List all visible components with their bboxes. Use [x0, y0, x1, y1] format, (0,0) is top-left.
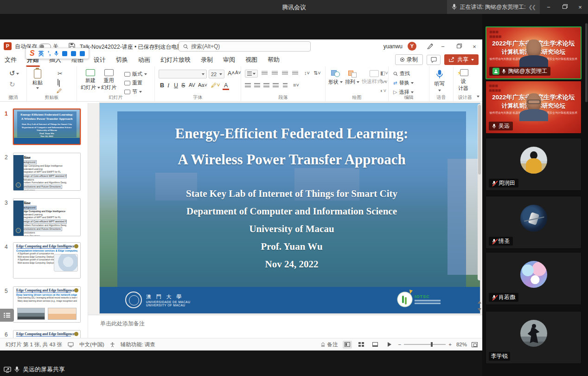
italic-button[interactable]: I [166, 82, 171, 89]
strikethrough-button[interactable]: S [180, 82, 186, 89]
shape-outline-button[interactable]: ✎˅ [380, 79, 388, 85]
record-button[interactable]: 录制 [395, 54, 423, 65]
next-slide-button[interactable] [478, 308, 481, 311]
slide-thumbnail-3[interactable]: Outline Background • Edge Computing and … [13, 198, 81, 236]
font-color-button[interactable]: A [223, 82, 229, 90]
new-slide-button[interactable]: 新建幻灯片 [81, 69, 100, 91]
ime-language-toggle[interactable]: 英 [38, 50, 44, 58]
spellcheck-icon[interactable] [68, 342, 74, 347]
slideshow-button[interactable] [384, 341, 394, 349]
zoom-in-button[interactable]: + [448, 342, 452, 347]
participant-tile-qingsheng[interactable]: 情圣 [486, 196, 582, 249]
bullets-button[interactable] [245, 70, 258, 78]
participant-tile-wuyuan[interactable]: ▦▦▦▦▦▦▦ 2022年广东省研究生学术论坛 计算机前沿技术研究论坛 软件理论… [486, 81, 582, 134]
tab-slideshow[interactable]: 幻灯片放映 [160, 56, 191, 64]
character-spacing-button[interactable]: AV [187, 82, 197, 88]
copy-button[interactable] [58, 79, 58, 85]
accessibility-status[interactable]: 辅助功能: 调查 [121, 341, 155, 348]
numbering-button[interactable] [262, 71, 268, 75]
tab-view[interactable]: 视图 [245, 56, 257, 64]
slide-thumbnail-2[interactable]: Outline Background • Edge Computing and … [13, 153, 81, 191]
increase-indent-button[interactable] [282, 71, 288, 75]
ime-punctuation[interactable]: ’, [48, 50, 51, 57]
previous-slide-button[interactable] [478, 301, 481, 304]
language-status[interactable]: 中文(中国) [79, 341, 104, 348]
ime-toolbar[interactable]: S 英 ’, [26, 48, 89, 59]
participant-tile-lixuerui[interactable]: 李学锐 [486, 311, 582, 364]
search-input[interactable]: 搜索(Alt+Q) [179, 41, 311, 52]
meeting-float-list-button[interactable] [0, 309, 14, 322]
restore-button[interactable] [556, 0, 572, 14]
slide-canvas[interactable]: Energy-Efficient Federated Learning: A W… [100, 103, 480, 313]
underline-button[interactable]: U [173, 82, 179, 89]
tab-file[interactable]: 文件 [5, 56, 17, 64]
fit-slide-button[interactable] [472, 342, 478, 347]
tab-transitions[interactable]: 切换 [116, 56, 128, 64]
participant-tile-zhouruntian[interactable]: 周润田 [486, 138, 582, 191]
user-name[interactable]: yuanwu [383, 43, 403, 50]
slide-thumbnail-6[interactable]: Edge Computing and Edge Intelligence [13, 330, 81, 338]
zoom-out-button[interactable]: − [398, 342, 402, 347]
text-direction-button[interactable]: ↕˅ [304, 70, 310, 76]
tab-review[interactable]: 审阅 [223, 56, 235, 64]
avatar[interactable]: Y [408, 42, 416, 51]
reset-button[interactable]: 重置 [124, 79, 142, 86]
decrease-indent-button[interactable] [272, 71, 278, 75]
cut-button[interactable]: ✂ [58, 70, 63, 77]
redo-button[interactable]: ↻ [9, 80, 15, 89]
find-button[interactable]: 查找 [393, 70, 410, 77]
align-center-button[interactable] [254, 83, 260, 87]
notes-toggle-button[interactable]: 备注 [320, 341, 338, 348]
slide-scrollbar[interactable] [478, 104, 481, 280]
zoom-slider[interactable]: − + [398, 342, 452, 347]
ppt-restore-button[interactable] [451, 39, 467, 53]
ppt-close-button[interactable]: × [467, 39, 482, 53]
replace-button[interactable]: ⇄ 替换 [393, 79, 414, 86]
tab-record[interactable]: 录制 [201, 56, 213, 64]
participants-scrollbar[interactable] [585, 23, 588, 102]
format-painter-button[interactable]: 🖉 [57, 88, 62, 94]
ime-skin-icon[interactable] [71, 51, 76, 56]
shape-effects-button[interactable]: ◐˅ [380, 88, 386, 93]
ime-keyboard-icon[interactable] [62, 51, 67, 56]
slide-thumbnail-5[interactable]: Edge Computing and Edge Intelligence Dee… [13, 286, 81, 323]
comments-button[interactable] [427, 55, 441, 65]
pen-icon[interactable] [427, 43, 434, 50]
ribbon-collapse-icon[interactable] [477, 96, 479, 97]
ime-toolbox-icon[interactable] [80, 51, 85, 56]
undo-button[interactable]: ↺ [9, 69, 19, 78]
tab-help[interactable]: 帮助 [268, 56, 280, 64]
notes-pane[interactable]: 单击此处添加备注 [88, 315, 482, 338]
zoom-knob[interactable] [431, 342, 433, 347]
participant-tile-taoming[interactable]: ▦▦▦▦▦▦▦ 2022年广东省研究生学术论坛 计算机前沿技术研究论坛 软件理论… [486, 26, 582, 79]
bold-button[interactable]: B [159, 82, 166, 89]
arrange-button[interactable]: 排列 [345, 70, 359, 85]
align-right-button[interactable] [263, 83, 269, 87]
normal-view-button[interactable] [343, 341, 352, 349]
layout-button[interactable]: 版式 [124, 71, 147, 78]
font-size-combobox[interactable]: 22 [209, 70, 224, 78]
line-spacing-button[interactable] [292, 71, 298, 75]
slide-sorter-view-button[interactable] [357, 341, 366, 349]
zoom-level[interactable]: 82% [456, 342, 467, 347]
document-title[interactable]: Talk-Nov242022-讲座 • 已保存到这台电脑 ∨ [80, 43, 188, 51]
justify-button[interactable] [273, 83, 279, 87]
shape-fill-button[interactable]: ◧˅ [380, 70, 388, 76]
shapes-button[interactable]: 形状 [328, 70, 343, 85]
ime-mic-icon[interactable] [54, 51, 58, 56]
reading-view-button[interactable] [371, 341, 380, 349]
font-name-combobox[interactable] [159, 70, 207, 78]
share-button[interactable]: 共享 [444, 54, 479, 65]
tab-design[interactable]: 设计 [94, 56, 106, 64]
slide-thumbnail-4[interactable]: Edge Computing and Edge Intelligence Com… [13, 242, 81, 279]
minimize-button[interactable]: − [541, 0, 556, 14]
paste-button[interactable]: 粘贴 [32, 69, 43, 89]
ppt-minimize-button[interactable]: − [435, 39, 451, 53]
slide-thumbnail-1[interactable]: Energy-Efficient Federated Learning:A Wi… [13, 109, 81, 145]
highlight-button[interactable]: 🖉˅ [210, 82, 222, 89]
columns-button[interactable] [283, 83, 288, 87]
designer-button[interactable]: ⚡ 设计器 [458, 69, 468, 92]
close-button[interactable]: × [572, 0, 588, 14]
align-left-button[interactable] [245, 83, 251, 87]
participant-tile-xiaoruo[interactable]: 肖若嫐 [486, 252, 582, 305]
